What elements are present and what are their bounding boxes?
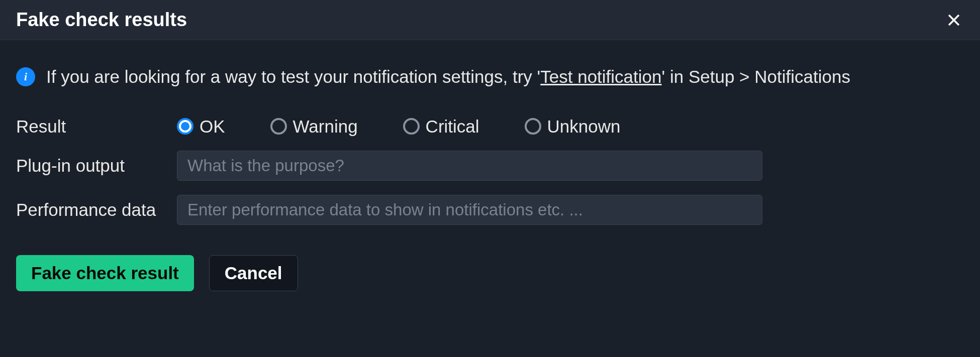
fake-check-results-dialog: Fake check results i If you are looking …	[0, 0, 980, 357]
info-prefix: If you are looking for a way to test you…	[46, 67, 540, 86]
radio-ok-label: OK	[200, 116, 225, 137]
performance-data-label: Performance data	[16, 200, 177, 220]
dialog-title: Fake check results	[16, 9, 187, 31]
test-notification-link[interactable]: Test notification	[540, 67, 661, 86]
performance-data-input[interactable]	[177, 195, 762, 225]
radio-warning-label: Warning	[293, 116, 358, 137]
plugin-output-input[interactable]	[177, 151, 762, 181]
form-grid: Result OK Warning Critical Unknown	[16, 116, 964, 225]
radio-indicator	[403, 118, 420, 135]
button-row: Fake check result Cancel	[16, 255, 964, 291]
cancel-button[interactable]: Cancel	[209, 255, 298, 291]
result-label: Result	[16, 116, 177, 137]
submit-button[interactable]: Fake check result	[16, 255, 194, 291]
radio-unknown-label: Unknown	[547, 116, 621, 137]
radio-warning[interactable]: Warning	[270, 116, 358, 137]
close-icon	[945, 12, 962, 29]
radio-ok[interactable]: OK	[177, 116, 225, 137]
dialog-header: Fake check results	[0, 0, 980, 40]
info-suffix: ' in Setup > Notifications	[662, 67, 850, 86]
radio-indicator	[525, 118, 541, 135]
dialog-body: i If you are looking for a way to test y…	[0, 40, 980, 306]
radio-indicator	[177, 118, 193, 135]
radio-critical-label: Critical	[426, 116, 479, 137]
result-radio-group: OK Warning Critical Unknown	[177, 116, 964, 137]
plugin-output-label: Plug-in output	[16, 156, 177, 176]
info-icon: i	[16, 67, 35, 86]
radio-unknown[interactable]: Unknown	[525, 116, 621, 137]
info-text: If you are looking for a way to test you…	[46, 65, 850, 88]
info-banner: i If you are looking for a way to test y…	[16, 65, 964, 88]
close-button[interactable]	[944, 10, 964, 30]
radio-critical[interactable]: Critical	[403, 116, 479, 137]
radio-indicator	[270, 118, 287, 135]
